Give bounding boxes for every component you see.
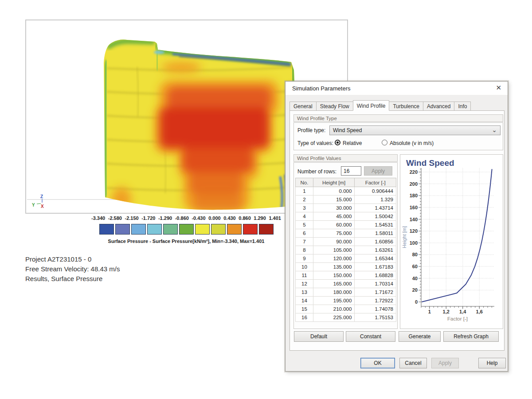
cell-no[interactable]: 4 bbox=[296, 212, 313, 221]
cell-height[interactable]: 75.000 bbox=[313, 229, 355, 238]
wind-profile-values-header: Wind Profile Values bbox=[293, 154, 398, 162]
colorbar-tick-label: -1.290 bbox=[158, 215, 172, 221]
cell-no[interactable]: 3 bbox=[296, 204, 313, 212]
cell-no[interactable]: 16 bbox=[296, 313, 313, 322]
colorbar-tick-label: 0.000 bbox=[208, 215, 221, 221]
table-row: 790.0001.60856 bbox=[296, 238, 396, 246]
cell-no[interactable]: 10 bbox=[296, 263, 313, 271]
cell-height[interactable]: 120.000 bbox=[313, 254, 355, 263]
refresh-graph-button[interactable]: Refresh Graph bbox=[443, 331, 499, 342]
tab-advanced[interactable]: Advanced bbox=[423, 102, 454, 111]
cell-factor[interactable]: 1.71672 bbox=[355, 288, 396, 297]
cell-height[interactable]: 195.000 bbox=[313, 297, 355, 305]
cell-factor[interactable]: 1.67183 bbox=[355, 263, 396, 271]
table-header: Height [m] bbox=[313, 178, 355, 187]
colorbar-swatch bbox=[227, 224, 242, 235]
number-of-rows-label: Number of rows: bbox=[297, 168, 336, 175]
tab-info[interactable]: Info bbox=[454, 102, 471, 111]
cell-height[interactable]: 150.000 bbox=[313, 271, 355, 280]
svg-text:0: 0 bbox=[415, 299, 418, 305]
cell-no[interactable]: 1 bbox=[296, 187, 313, 196]
result-info: Project A2T231015 - 0 Free Stream Veloci… bbox=[25, 254, 120, 284]
tab-wind-profile[interactable]: Wind Profile bbox=[353, 100, 390, 111]
cell-no[interactable]: 7 bbox=[296, 238, 313, 246]
apply-rows-button[interactable]: Apply bbox=[364, 166, 392, 176]
cell-height[interactable]: 0.000 bbox=[313, 187, 355, 196]
close-icon[interactable]: ✕ bbox=[496, 84, 501, 92]
cell-factor[interactable]: 1.50042 bbox=[355, 212, 396, 221]
project-line: Project A2T231015 - 0 bbox=[25, 254, 120, 264]
cell-height[interactable]: 30.000 bbox=[313, 204, 355, 212]
svg-text:180: 180 bbox=[410, 193, 418, 198]
tab-turbulence[interactable]: Turbulence bbox=[389, 102, 423, 111]
svg-text:Factor [-]: Factor [-] bbox=[447, 316, 468, 321]
cell-factor[interactable]: 1.68828 bbox=[355, 271, 396, 280]
svg-text:1,6: 1,6 bbox=[476, 309, 483, 314]
cell-factor[interactable]: 1.74078 bbox=[355, 305, 396, 313]
radio-relative-label: Relative bbox=[343, 140, 362, 146]
svg-text:Y: Y bbox=[32, 203, 35, 207]
dialog-titlebar[interactable]: Simulation Parameters ✕ bbox=[286, 82, 508, 95]
colorbar-swatch bbox=[243, 224, 258, 235]
ok-button[interactable]: OK bbox=[360, 358, 395, 368]
default-button[interactable]: Default bbox=[294, 331, 344, 342]
tab-steady-flow[interactable]: Steady Flow bbox=[316, 102, 353, 111]
wind-profile-values-group: Number of rows: Apply No.Height [m]Facto… bbox=[293, 162, 398, 329]
cell-height[interactable]: 45.000 bbox=[313, 212, 355, 221]
radio-absolute-label: Absolute (v in m/s) bbox=[390, 140, 434, 146]
cell-factor[interactable]: 1.70314 bbox=[355, 280, 396, 288]
profile-type-dropdown[interactable]: Wind Speed ⌄ bbox=[329, 125, 501, 135]
cell-no[interactable]: 13 bbox=[296, 288, 313, 297]
colorbar-swatch bbox=[163, 224, 178, 235]
cell-height[interactable]: 165.000 bbox=[313, 280, 355, 288]
cell-no[interactable]: 6 bbox=[296, 229, 313, 238]
dialog-title: Simulation Parameters bbox=[292, 85, 351, 92]
cell-factor[interactable]: 1.65344 bbox=[355, 254, 396, 263]
table-row: 9120.0001.65344 bbox=[296, 254, 396, 263]
cell-height[interactable]: 105.000 bbox=[313, 246, 355, 254]
cell-height[interactable]: 180.000 bbox=[313, 288, 355, 297]
building-pressure-surface bbox=[104, 39, 296, 212]
cell-factor[interactable]: 1.75153 bbox=[355, 313, 396, 322]
constant-button[interactable]: Constant bbox=[346, 331, 395, 342]
colorbar-tick-label: -0.860 bbox=[175, 215, 189, 221]
wind-profile-table[interactable]: No.Height [m]Factor [-] 10.0000.90644421… bbox=[295, 178, 396, 322]
help-button[interactable]: Help bbox=[478, 358, 506, 368]
cell-height[interactable]: 60.000 bbox=[313, 221, 355, 229]
cell-factor[interactable]: 1.60856 bbox=[355, 238, 396, 246]
radio-relative[interactable] bbox=[335, 140, 340, 145]
colorbar-swatch bbox=[211, 224, 226, 235]
cell-factor[interactable]: 0.906444 bbox=[355, 187, 396, 196]
svg-text:200: 200 bbox=[410, 181, 418, 187]
cell-height[interactable]: 210.000 bbox=[313, 305, 355, 313]
cell-factor[interactable]: 1.58011 bbox=[355, 229, 396, 238]
cell-no[interactable]: 11 bbox=[296, 271, 313, 280]
profile-type-label: Profile type: bbox=[297, 127, 325, 133]
cell-no[interactable]: 12 bbox=[296, 280, 313, 288]
cell-no[interactable]: 5 bbox=[296, 221, 313, 229]
cell-height[interactable]: 225.000 bbox=[313, 313, 355, 322]
cell-factor[interactable]: 1.329 bbox=[355, 196, 396, 204]
cell-no[interactable]: 15 bbox=[296, 305, 313, 313]
generate-button[interactable]: Generate bbox=[399, 331, 441, 342]
cell-no[interactable]: 14 bbox=[296, 297, 313, 305]
table-row: 16225.0001.75153 bbox=[296, 313, 396, 322]
cell-factor[interactable]: 1.54531 bbox=[355, 221, 396, 229]
table-row: 8105.0001.63261 bbox=[296, 246, 396, 254]
wind-speed-chart-panel: Wind Speed020406080100120140160180200220… bbox=[400, 154, 503, 329]
cell-height[interactable]: 135.000 bbox=[313, 263, 355, 271]
cell-height[interactable]: 15.000 bbox=[313, 196, 355, 204]
chevron-down-icon: ⌄ bbox=[492, 126, 497, 133]
cell-height[interactable]: 90.000 bbox=[313, 238, 355, 246]
cell-factor[interactable]: 1.72922 bbox=[355, 297, 396, 305]
tab-general[interactable]: General bbox=[289, 102, 316, 111]
cell-no[interactable]: 8 bbox=[296, 246, 313, 254]
cell-no[interactable]: 9 bbox=[296, 254, 313, 263]
apply-button[interactable]: Apply bbox=[431, 358, 459, 368]
cell-factor[interactable]: 1.63261 bbox=[355, 246, 396, 254]
cancel-button[interactable]: Cancel bbox=[399, 358, 427, 368]
cell-factor[interactable]: 1.43714 bbox=[355, 204, 396, 212]
radio-absolute[interactable] bbox=[382, 140, 387, 145]
cell-no[interactable]: 2 bbox=[296, 196, 313, 204]
number-of-rows-input[interactable] bbox=[341, 166, 361, 176]
